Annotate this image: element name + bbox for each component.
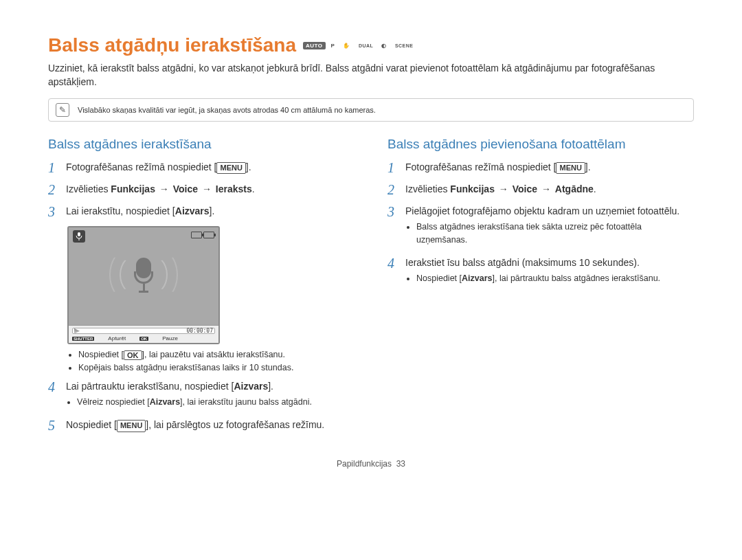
step-number: 1	[48, 160, 60, 175]
rec-time: 00:00:07	[186, 328, 213, 334]
note-icon: ✎	[56, 103, 69, 117]
step2-pre: Izvēlieties	[66, 183, 111, 194]
r-step3: Pielāgojiet fotografējamo objektu kadram…	[405, 205, 679, 216]
screen-btn-stop: Apturēt	[108, 335, 126, 341]
shutter-label: Aizvars	[234, 381, 268, 392]
screen-btn-pause: Pauze	[162, 335, 178, 341]
left-heading: Balss atgādnes ierakstīšana	[48, 137, 355, 152]
arrow-icon: →	[541, 183, 551, 194]
note4-b: Aizvars	[462, 273, 492, 283]
badge-scene: SCENE	[392, 43, 416, 49]
step-number: 2	[387, 182, 400, 197]
r-step2-b2: Voice	[513, 183, 537, 194]
step5-post: ], lai pārslēgtos uz fotografēšanas režī…	[146, 419, 324, 430]
mic-large-icon	[130, 258, 157, 295]
camera-screen-graphic: 00:00:07 SHUTTER Apturēt OK Pauze	[67, 226, 220, 344]
arrow-icon: →	[202, 183, 212, 194]
step-number: 3	[48, 204, 60, 219]
r-step1-post: ].	[585, 161, 591, 172]
mode-badges: AUTO P ✋ DUAL ◐ SCENE	[303, 42, 416, 49]
menu-button-label: MENU	[216, 162, 245, 175]
arrow-icon: →	[159, 183, 169, 194]
note-b1-post: ], lai ierakstītu jaunu balss atgādni.	[180, 397, 312, 407]
step-number: 3	[387, 204, 400, 249]
sub-note: Kopējais balss atgādņu ierakstīšanas lai…	[78, 363, 355, 372]
note4-post: ], lai pārtrauktu balss atgādnes ierakst…	[493, 273, 661, 283]
intro-text: Uzziniet, kā ierakstīt balss atgādni, ko…	[48, 62, 694, 89]
right-heading: Balss atgādnes pievienošana fotoattēlam	[387, 137, 694, 152]
svg-rect-0	[78, 232, 80, 236]
step-number: 4	[48, 379, 60, 411]
note-b1-pre: Vēlreiz nospiediet [	[77, 397, 150, 407]
step3-post: ].	[210, 205, 215, 216]
r-step4: Ierakstiet īsu balss atgādni (maksimums …	[405, 257, 640, 268]
ok-tag: OK	[139, 337, 148, 341]
r-step1-pre: Fotografēšanas režīmā nospiediet [	[405, 161, 556, 172]
right-column: Balss atgādnes pievienošana fotoattēlam …	[387, 137, 694, 440]
note-b1-b: Aizvars	[150, 397, 180, 407]
note-text: Vislabāko skaņas kvalitāti var iegūt, ja…	[78, 106, 376, 114]
r-step2-pre: Izvēlieties	[405, 183, 450, 194]
step-number: 1	[387, 160, 400, 175]
step2-b3: Ieraksts	[216, 183, 252, 194]
shutter-tag: SHUTTER	[72, 337, 94, 341]
page-title: Balss atgādņu ierakstīšana	[48, 34, 296, 56]
sub-note: Nospiediet [Aizvars], lai pārtrauktu bal…	[416, 272, 694, 284]
badge-p: P	[328, 42, 338, 49]
step-number: 5	[48, 418, 60, 433]
step1-text-post: ].	[246, 161, 251, 172]
step1-text-pre: Fotografēšanas režīmā nospiediet [	[66, 161, 216, 172]
r-step2-b1: Funkcijas	[450, 183, 495, 194]
footer: Papildfunkcijas 33	[48, 459, 694, 469]
left-column: Balss atgādnes ierakstīšana 1 Fotografēš…	[48, 137, 355, 440]
note-a1-pre: Nospiediet [	[78, 350, 124, 359]
menu-button-label: MENU	[117, 420, 146, 432]
play-icon	[74, 328, 80, 334]
step3-pre: Lai ierakstītu, nospiediet [	[66, 205, 175, 216]
r-step2-b3: Atgādne	[555, 183, 594, 194]
step2-b2: Voice	[173, 183, 198, 194]
arrow-icon: →	[499, 183, 508, 194]
step4-pre: Lai pārtrauktu ierakstīšanu, nospiediet …	[66, 381, 234, 392]
shutter-label: Aizvars	[175, 205, 210, 216]
badge-dual-icon: ✋	[340, 42, 353, 49]
step-number: 4	[387, 256, 400, 287]
note-box: ✎ Vislabāko skaņas kvalitāti var iegūt, …	[48, 98, 694, 122]
menu-button-label: MENU	[556, 162, 585, 175]
badge-scene-icon: ◐	[379, 42, 390, 49]
step2-b1: Funkcijas	[111, 183, 155, 194]
footer-label: Papildfunkcijas	[337, 459, 392, 469]
note-a1-post: ], lai pauzētu vai atsāktu ierakstīšanu.	[142, 350, 285, 359]
note4-pre: Nospiediet [	[416, 273, 462, 283]
step4-post: ].	[268, 381, 273, 392]
battery-icon	[203, 232, 214, 238]
mic-small-icon	[73, 230, 85, 243]
step-number: 2	[48, 182, 60, 197]
sub-note: Balss atgādnes ierakstīšana tiek sākta u…	[416, 221, 694, 245]
sub-note: Nospiediet [OK], lai pauzētu vai atsāktu…	[78, 350, 355, 360]
sub-note: Vēlreiz nospiediet [Aizvars], lai ieraks…	[77, 396, 355, 408]
step5-pre: Nospiediet [	[66, 419, 117, 430]
badge-auto: AUTO	[303, 42, 326, 49]
ok-button-label: OK	[124, 350, 142, 360]
badge-dual: DUAL	[356, 43, 376, 49]
footer-page: 33	[396, 459, 405, 469]
card-icon	[191, 232, 202, 238]
